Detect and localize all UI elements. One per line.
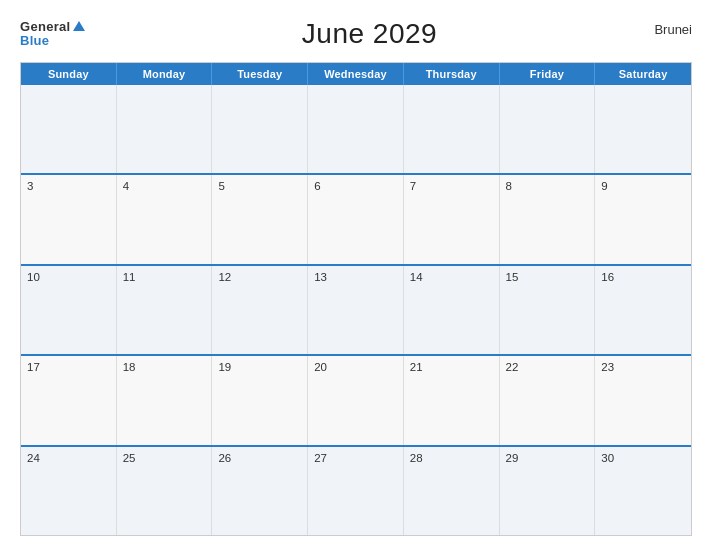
day-number: 24 [27,452,110,464]
col-monday: Monday [117,63,213,85]
day-cell: 5 [212,175,308,263]
country-label: Brunei [654,18,692,37]
day-number: 12 [218,271,301,283]
logo-blue-text: Blue [20,34,49,48]
day-cell: 8 [500,175,596,263]
day-cell: 25 [117,447,213,535]
day-cell: 19 [212,356,308,444]
page: General Blue June 2029 Brunei Sunday Mon… [0,0,712,550]
col-tuesday: Tuesday [212,63,308,85]
day-cell: 9 [595,175,691,263]
day-number: 11 [123,271,206,283]
day-number: 29 [506,452,589,464]
day-cell: 27 [308,447,404,535]
calendar-title: June 2029 [302,18,437,50]
day-number: 6 [314,180,397,192]
day-cell: 26 [212,447,308,535]
col-friday: Friday [500,63,596,85]
calendar: Sunday Monday Tuesday Wednesday Thursday… [20,62,692,536]
col-saturday: Saturday [595,63,691,85]
day-number: 28 [410,452,493,464]
day-cell: 28 [404,447,500,535]
day-cell [117,85,213,173]
week-row-4: 17181920212223 [21,354,691,444]
day-number: 22 [506,361,589,373]
day-number: 9 [601,180,685,192]
day-cell: 10 [21,266,117,354]
day-cell: 16 [595,266,691,354]
col-wednesday: Wednesday [308,63,404,85]
day-cell [404,85,500,173]
day-cell: 11 [117,266,213,354]
day-cell: 12 [212,266,308,354]
week-row-3: 10111213141516 [21,264,691,354]
day-cell [500,85,596,173]
day-number: 21 [410,361,493,373]
day-number: 30 [601,452,685,464]
day-cell: 4 [117,175,213,263]
day-number: 13 [314,271,397,283]
col-thursday: Thursday [404,63,500,85]
calendar-header-row: Sunday Monday Tuesday Wednesday Thursday… [21,63,691,85]
day-cell: 6 [308,175,404,263]
week-row-1 [21,85,691,173]
week-row-2: 3456789 [21,173,691,263]
day-number: 15 [506,271,589,283]
day-number: 17 [27,361,110,373]
logo-general-text: General [20,20,85,34]
day-cell: 24 [21,447,117,535]
day-cell: 3 [21,175,117,263]
day-cell: 15 [500,266,596,354]
day-number: 18 [123,361,206,373]
day-number: 26 [218,452,301,464]
logo-triangle-icon [73,21,85,31]
day-number: 20 [314,361,397,373]
week-row-5: 24252627282930 [21,445,691,535]
day-cell: 23 [595,356,691,444]
day-cell: 14 [404,266,500,354]
day-number: 4 [123,180,206,192]
day-cell: 29 [500,447,596,535]
day-number: 27 [314,452,397,464]
day-cell [308,85,404,173]
day-cell [212,85,308,173]
day-number: 19 [218,361,301,373]
day-cell: 21 [404,356,500,444]
day-cell: 17 [21,356,117,444]
day-cell: 22 [500,356,596,444]
col-sunday: Sunday [21,63,117,85]
day-cell: 13 [308,266,404,354]
day-number: 10 [27,271,110,283]
day-cell: 7 [404,175,500,263]
header: General Blue June 2029 Brunei [20,18,692,50]
logo: General Blue [20,20,85,49]
day-number: 3 [27,180,110,192]
day-number: 7 [410,180,493,192]
day-number: 14 [410,271,493,283]
day-number: 5 [218,180,301,192]
day-cell: 30 [595,447,691,535]
day-number: 23 [601,361,685,373]
day-cell [595,85,691,173]
day-number: 8 [506,180,589,192]
day-cell: 18 [117,356,213,444]
calendar-body: 3456789101112131415161718192021222324252… [21,85,691,535]
day-cell: 20 [308,356,404,444]
day-number: 25 [123,452,206,464]
day-number: 16 [601,271,685,283]
day-cell [21,85,117,173]
